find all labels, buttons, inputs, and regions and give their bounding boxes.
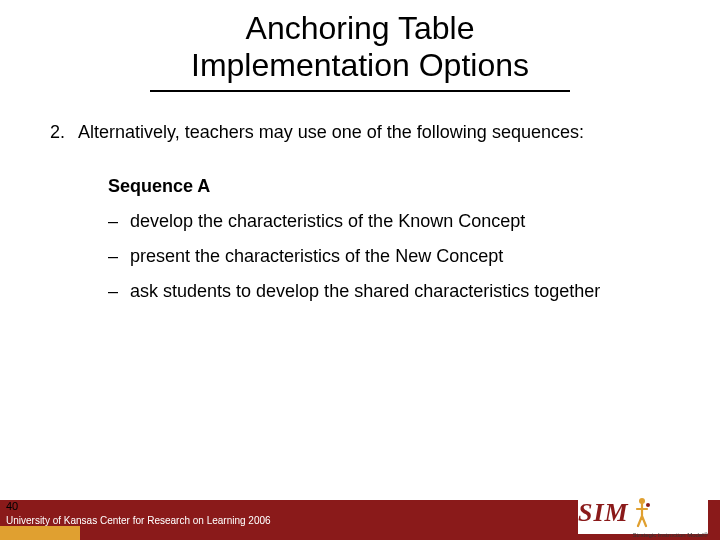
list-item: – develop the characteristics of the Kno… <box>108 211 670 232</box>
slide-title: Anchoring Table Implementation Options <box>0 0 720 84</box>
list-item-text: ask students to develop the shared chara… <box>130 281 600 302</box>
logo-text: SIM <box>578 498 629 528</box>
dash-icon: – <box>108 211 130 232</box>
footer-attribution: University of Kansas Center for Research… <box>6 515 271 526</box>
list-item-text: present the characteristics of the New C… <box>130 246 503 267</box>
sequence-block: Sequence A – develop the characteristics… <box>50 176 670 302</box>
title-line-2: Implementation Options <box>191 47 529 83</box>
list-item-text: develop the characteristics of the Known… <box>130 211 525 232</box>
title-line-1: Anchoring Table <box>246 10 475 46</box>
list-item: – ask students to develop the shared cha… <box>108 281 670 302</box>
footer-accent <box>0 526 80 540</box>
sim-logo: SIM <box>578 492 708 534</box>
slide-number: 40 <box>6 500 18 512</box>
intro-text: 2. Alternatively, teachers may use one o… <box>50 120 670 144</box>
intro-number: 2. <box>50 120 78 144</box>
svg-point-1 <box>646 503 650 507</box>
footer: 40 University of Kansas Center for Resea… <box>0 488 720 540</box>
logo-figure-icon <box>631 496 653 530</box>
intro-body: Alternatively, teachers may use one of t… <box>78 120 584 144</box>
content-area: 2. Alternatively, teachers may use one o… <box>0 92 720 302</box>
list-item: – present the characteristics of the New… <box>108 246 670 267</box>
logo-subtitle: Strategic Instruction Model® <box>633 532 708 538</box>
sequence-heading: Sequence A <box>108 176 670 197</box>
dash-icon: – <box>108 246 130 267</box>
dash-icon: – <box>108 281 130 302</box>
